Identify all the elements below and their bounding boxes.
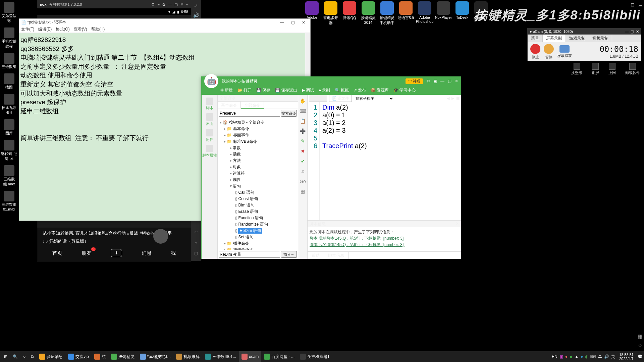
menu-view[interactable]: 查看(V) — [74, 26, 87, 32]
tree-node[interactable]: 函数 — [218, 151, 297, 158]
tool-icon[interactable]: 📋 — [300, 118, 306, 124]
tree-node[interactable]: 语句 — [218, 183, 297, 189]
tab-home[interactable]: 首页 — [52, 250, 62, 256]
tool-icon[interactable]: ⎌ — [302, 169, 304, 174]
app-shortcut[interactable]: NoxPlayer — [435, 1, 452, 25]
desktop-icon[interactable]: 找图 — [0, 71, 18, 92]
tree-node[interactable]: 常数 — [218, 145, 297, 151]
mode-normal[interactable]: ▦ 普通 — [309, 95, 327, 102]
tab-menu[interactable]: 菜单 — [528, 35, 543, 42]
tab-friends[interactable]: 朋友 — [82, 250, 92, 256]
taskbar-app[interactable]: 夜神模拟器1 — [297, 351, 332, 362]
resource-button[interactable]: 📦 资源库 — [371, 87, 389, 93]
search-button[interactable]: 搜索命令 — [281, 110, 297, 117]
start-button[interactable]: ⊞ — [1, 351, 10, 362]
sidenav-script[interactable]: 脚本 — [206, 98, 213, 111]
settings-icon[interactable]: ⚙ — [151, 2, 155, 7]
tab-audio-record[interactable]: 音频录制 — [589, 35, 612, 42]
grid-icon[interactable]: ▦ — [638, 333, 643, 340]
menu-edit[interactable]: 编辑(E) — [38, 26, 52, 32]
desktop-icon[interactable]: 三维数组 — [0, 51, 18, 71]
tree-leaf[interactable]: Call 语句 — [218, 189, 297, 196]
restore-icon[interactable]: ▣ — [433, 79, 437, 83]
app-shortcut[interactable]: 易语言5.9 — [397, 1, 415, 25]
sidenav-props[interactable]: 脚本属性 — [202, 145, 217, 158]
search-icon[interactable]: 🔍 — [10, 351, 20, 362]
menu-help[interactable]: 帮助(H) — [91, 26, 105, 32]
sidenav-attach[interactable]: 附件 — [206, 129, 213, 142]
tree-root[interactable]: 🏠 按键精灵 - 全部命令 — [218, 119, 297, 126]
close-icon[interactable]: ✕ — [455, 221, 459, 227]
tray-icon[interactable]: ◎ — [585, 354, 588, 359]
app-shortcut[interactable]: Adobe Photoshop — [416, 1, 433, 25]
tab-screen-record[interactable]: 屏幕录制 — [543, 35, 566, 42]
mode-source[interactable]: 📄 源文件 — [329, 95, 352, 102]
desktop-icon[interactable]: 艾尔登法环 — [0, 0, 18, 25]
close-icon[interactable]: ✕ — [636, 29, 639, 34]
stop-button[interactable]: 停止 — [530, 44, 540, 60]
app-shortcut[interactable]: 桌面助手 — [472, 1, 490, 25]
desktop-icon[interactable]: 魅代码 毛病.txt — [0, 138, 18, 163]
notification-icon[interactable]: 💬 — [638, 354, 643, 359]
maximize-icon[interactable]: ▢ — [631, 29, 634, 34]
tab-help[interactable]: 帮助 — [308, 252, 324, 259]
capture-button[interactable]: 🔍 抓抓 — [335, 87, 349, 93]
app-shortcut[interactable]: 腾讯QQ — [341, 1, 358, 25]
app-shortcut[interactable]: 按键精灵手机助手 — [378, 1, 396, 25]
save-button[interactable]: 💾 保存 — [256, 87, 270, 93]
danmu-icon[interactable]: ⊟ — [631, 2, 635, 7]
tree-node[interactable]: 运算符 — [218, 170, 297, 177]
menu-format[interactable]: 格式(O) — [56, 26, 69, 32]
notepad-titlebar[interactable]: 📄 *pc端按键.txt - 记事本 — ▢ ✕ — [19, 19, 310, 26]
recent-icon[interactable]: ▢ — [194, 251, 198, 256]
anjian-titlebar[interactable]: 🤖 我的脚本1-按键精灵 🛡 神盾 ⚙ ▣ — ▢ ✕ — [202, 77, 461, 85]
maximize-icon[interactable]: ▢ — [174, 2, 178, 7]
taskbar-app[interactable]: *pc端按键.t... — [137, 351, 173, 362]
taskview-icon[interactable]: ⧉ — [28, 351, 37, 362]
tree-leaf[interactable]: Dim 语句 — [218, 202, 297, 208]
info-link[interactable]: 脚本 我的脚本145.Q，第6行：下标越界: '[number: 3]' — [310, 242, 459, 248]
tray-icon[interactable]: ⌨ — [590, 354, 596, 359]
learn-button[interactable]: 🎓 学习中心 — [393, 87, 416, 93]
debug-button[interactable]: ▶ 调试 — [302, 87, 314, 93]
close-icon[interactable]: ✕ — [455, 79, 458, 83]
tree-leaf[interactable]: Randomize 语句 — [218, 221, 297, 228]
expand-icon[interactable]: ⤢ — [194, 3, 198, 8]
taskbar-app[interactable]: 三维数组01... — [202, 351, 239, 362]
util-uninstall[interactable]: 卸载软件 — [625, 63, 640, 75]
tool-icon[interactable]: ✖ — [301, 148, 305, 154]
tree-leaf[interactable]: Set 语句 — [218, 234, 297, 240]
tree-node[interactable]: 📁 界面事件 — [218, 132, 297, 138]
desktop-icon[interactable]: 手机按键教程 — [0, 25, 18, 51]
tray-icon[interactable]: ◆ — [570, 354, 573, 359]
open-button[interactable]: 📂 打开 — [237, 87, 252, 93]
tool-icon[interactable]: ✎ — [301, 138, 305, 144]
publish-button[interactable]: ↗ 发布 — [354, 87, 366, 93]
pause-button[interactable]: 暂停 — [544, 44, 554, 60]
tree-node[interactable]: 属性 — [218, 177, 297, 183]
app-shortcut[interactable]: 雷电多开器 — [322, 1, 339, 25]
sidenav-ui[interactable]: 界面 — [206, 113, 213, 126]
tray-icon[interactable]: ● — [565, 354, 568, 359]
star-icon[interactable]: ☆ — [638, 342, 643, 349]
nav-prev-icon[interactable]: ◀ — [447, 96, 449, 101]
sub-select[interactable]: 搜索子程序 — [354, 96, 394, 101]
taskbar-app[interactable]: 视频破解 — [173, 351, 202, 362]
save-exit-button[interactable]: 💾 保存退出 — [275, 87, 297, 93]
tool-icon[interactable]: ✔ — [301, 159, 305, 164]
taskbar-app[interactable]: 交流vip — [65, 351, 91, 362]
util-wallpaper[interactable]: 换壁纸 — [571, 63, 582, 75]
taskbar-app[interactable]: 百度网盘 - ... — [261, 351, 297, 362]
ime-icon[interactable]: 英 — [611, 354, 615, 360]
util-lock[interactable]: 锁屏 — [592, 63, 599, 75]
taskbar-clock[interactable]: 18:58:512022/4/1 — [617, 353, 636, 361]
app-shortcut[interactable]: 按键精灵2014 — [360, 1, 377, 25]
gear-icon[interactable]: ✿ — [162, 2, 165, 7]
tool-icon[interactable]: ✋ — [300, 98, 306, 104]
ocam-titlebar[interactable]: ● oCam (0, 0, 1920, 1080) — ▢ ✕ — [528, 28, 641, 35]
code-editor[interactable]: 123456 Dim a(2)a(0) = 1a(1) = 2a(2) = 3 … — [308, 102, 461, 220]
lang-indicator[interactable]: EN — [552, 354, 557, 359]
shield-badge[interactable]: 🛡 神盾 — [406, 78, 423, 84]
tree-leaf-selected[interactable]: ReDim 语句 — [218, 228, 297, 234]
desktop-icon[interactable]: 三维数组01.max — [0, 189, 18, 213]
